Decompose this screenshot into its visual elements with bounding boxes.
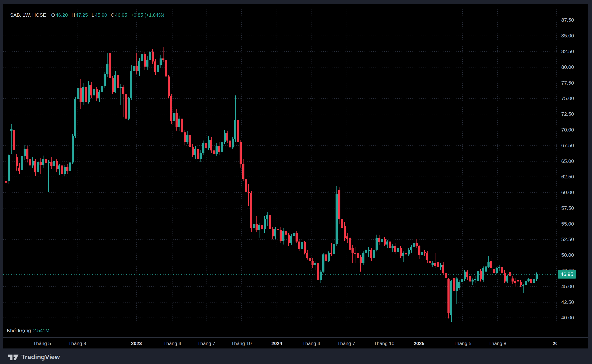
candle-body xyxy=(447,279,450,313)
price-tick-label: 42.50 xyxy=(561,299,574,305)
candle-body xyxy=(216,146,218,154)
candle-body xyxy=(29,159,31,166)
candle-body xyxy=(424,252,426,253)
candle-body xyxy=(344,226,346,238)
candle-body xyxy=(42,159,44,165)
candle-body xyxy=(375,238,378,250)
price-tick-label: 80.00 xyxy=(561,64,574,70)
candle-body xyxy=(8,155,10,181)
candle-body xyxy=(229,141,231,147)
price-gridline xyxy=(3,36,557,36)
time-tick-month: Tháng 4 xyxy=(163,341,181,346)
time-gridline xyxy=(311,4,311,323)
price-tick-label: 57.50 xyxy=(561,205,574,211)
tradingview-logo-text: TradingView xyxy=(21,353,60,361)
candle-body xyxy=(74,99,76,136)
candle-body xyxy=(258,225,260,230)
candle-body xyxy=(79,88,82,102)
candle-body xyxy=(280,230,282,241)
candle-body xyxy=(194,149,196,155)
candle-body xyxy=(168,77,170,96)
candle-body xyxy=(104,74,106,86)
time-tick-month: Tháng 8 xyxy=(488,341,506,346)
candle-body xyxy=(138,61,140,71)
candle-body xyxy=(173,113,175,121)
candle-body xyxy=(482,268,484,280)
candle-body xyxy=(453,278,455,291)
price-gridline xyxy=(3,286,557,287)
candle-body xyxy=(501,267,503,273)
time-axis[interactable]: Tháng 5Tháng 82023Tháng 4Tháng 7Tháng 10… xyxy=(3,338,557,349)
candle-body xyxy=(256,224,258,230)
candle-wick xyxy=(278,224,278,233)
candle-body xyxy=(506,276,508,281)
price-tick-label: 77.50 xyxy=(561,80,574,86)
price-tick-label: 87.50 xyxy=(561,17,574,23)
candle-body xyxy=(408,250,410,255)
change-value: +0.85 (+1.84%) xyxy=(131,12,164,18)
candle-body xyxy=(304,242,306,253)
candle-body xyxy=(237,120,239,143)
candle-body xyxy=(351,248,354,253)
candle-body xyxy=(232,139,234,147)
candle-body xyxy=(106,64,108,74)
candle-body xyxy=(197,149,199,159)
candle-body xyxy=(277,229,279,230)
candle-body xyxy=(522,285,524,286)
candle-body xyxy=(392,246,394,248)
candle-body xyxy=(200,153,202,159)
candle-body xyxy=(357,253,359,258)
candle-body xyxy=(309,258,311,261)
volume-pane[interactable]: Khối lượng2.541M xyxy=(3,323,557,338)
candle-body xyxy=(39,162,42,165)
price-axis[interactable]: 87.5085.0082.5080.0077.5075.0072.5070.00… xyxy=(557,4,588,338)
candle-body xyxy=(178,118,180,127)
candle-body xyxy=(58,165,60,169)
candle-body xyxy=(213,150,215,154)
tradingview-attribution[interactable]: TradingView xyxy=(8,353,60,361)
tradingview-chart-widget: 87.5085.0082.5080.0077.5075.0072.5070.00… xyxy=(0,0,592,364)
time-tick-month: Tháng 5 xyxy=(33,341,51,346)
price-pane[interactable] xyxy=(3,4,557,323)
candle-body xyxy=(66,167,68,171)
candle-body xyxy=(5,181,7,182)
candle-body xyxy=(224,133,226,142)
symbol-title[interactable]: SAB, 1W, HOSE xyxy=(10,12,46,18)
price-gridline xyxy=(3,67,557,67)
tradingview-logo-icon xyxy=(8,353,19,361)
candle-body xyxy=(69,162,71,171)
price-gridline xyxy=(3,192,557,193)
candle-body xyxy=(125,94,127,118)
time-gridline xyxy=(497,4,498,323)
candle-wick xyxy=(355,247,355,263)
candle-body xyxy=(253,224,255,228)
candle-body xyxy=(53,161,55,166)
candle-wick xyxy=(392,244,393,252)
candle-body xyxy=(317,263,319,280)
candle-body xyxy=(16,157,18,166)
candle-body xyxy=(477,271,479,281)
price-tick-label: 45.00 xyxy=(561,284,574,290)
price-gridline xyxy=(3,145,557,146)
price-tick-label: 60.00 xyxy=(561,189,574,195)
price-gridline xyxy=(3,271,557,271)
candle-body xyxy=(389,241,391,248)
close-value: 46.95 xyxy=(115,12,127,18)
price-gridline xyxy=(3,176,557,177)
candle-body xyxy=(152,52,154,62)
candle-body xyxy=(298,241,300,249)
candle-body xyxy=(335,194,338,244)
candle-body xyxy=(437,262,439,267)
candle-body xyxy=(397,248,399,252)
candle-body xyxy=(485,266,487,272)
price-gridline xyxy=(3,161,557,162)
candle-body xyxy=(149,52,151,60)
candle-body xyxy=(13,130,15,150)
candle-body xyxy=(266,215,268,219)
candle-body xyxy=(82,87,84,102)
candle-body xyxy=(242,164,244,179)
candle-body xyxy=(400,248,402,256)
candle-body xyxy=(421,252,423,255)
candle-body xyxy=(330,253,332,254)
price-tick-label: 75.00 xyxy=(561,95,574,101)
